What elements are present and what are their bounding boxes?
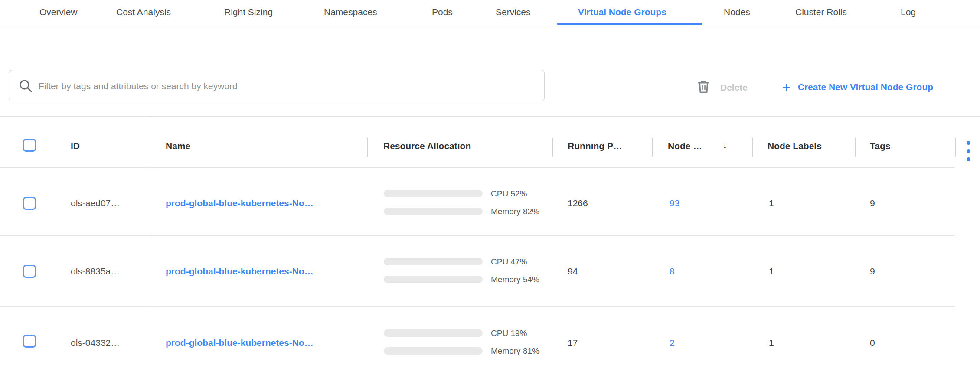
filter-search-box[interactable]	[9, 70, 545, 101]
column-header-node-labels[interactable]: Node Labels	[768, 140, 822, 152]
running-pods-count: 94	[568, 266, 578, 277]
table-row[interactable]: ols-aed07… prod-global-blue-kubernetes-N…	[0, 168, 980, 235]
tab-cost-analysis[interactable]: Cost Analysis	[116, 7, 171, 18]
cpu-usage-bar	[384, 258, 483, 265]
tags-count: 0	[870, 337, 875, 349]
tags-count: 9	[870, 266, 875, 277]
table-row[interactable]: ols-04332… prod-global-blue-kubernetes-N…	[0, 307, 980, 365]
select-all-checkbox[interactable]	[23, 139, 36, 152]
tab-pods[interactable]: Pods	[432, 7, 453, 18]
nodes-count-link[interactable]: 93	[670, 198, 679, 209]
cpu-usage-label: CPU 52%	[491, 188, 527, 199]
memory-usage-bar	[384, 208, 483, 215]
vng-id: ols-8835a…	[71, 266, 120, 277]
column-header-running-pods[interactable]: Running P…	[568, 140, 622, 152]
vng-id: ols-04332…	[71, 337, 120, 349]
table-header-row: ID Name Resource Allocation Running P… N…	[0, 117, 980, 167]
row-checkbox[interactable]	[23, 335, 36, 348]
memory-usage-label: Memory 81%	[491, 345, 539, 356]
vng-name-link[interactable]: prod-global-blue-kubernetes-No…	[166, 266, 314, 277]
active-tab-underline	[557, 23, 702, 25]
vng-name-link[interactable]: prod-global-blue-kubernetes-No…	[166, 198, 314, 209]
tab-namespaces[interactable]: Namespaces	[324, 7, 377, 18]
tags-count: 9	[870, 198, 875, 209]
column-header-nodes[interactable]: Node …	[668, 140, 702, 152]
tab-overview[interactable]: Overview	[39, 7, 78, 18]
nodes-count-link[interactable]: 2	[670, 337, 675, 349]
create-button-label: Create New Virtual Node Group	[798, 82, 933, 92]
column-divider	[367, 138, 368, 157]
memory-usage-bar	[384, 276, 483, 283]
tab-virtual-node-groups[interactable]: Virtual Node Groups	[578, 7, 666, 18]
column-divider	[752, 138, 753, 157]
column-header-resource-allocation[interactable]: Resource Allocation	[383, 140, 471, 152]
vng-id: ols-aed07…	[71, 198, 120, 209]
tab-log[interactable]: Log	[901, 7, 916, 18]
cpu-usage-bar	[384, 329, 483, 337]
vng-name-link[interactable]: prod-global-blue-kubernetes-No…	[166, 337, 314, 349]
trash-icon	[697, 79, 710, 96]
tab-services[interactable]: Services	[496, 7, 531, 18]
node-labels-count: 1	[769, 198, 774, 209]
column-header-name[interactable]: Name	[166, 140, 190, 152]
memory-usage-bar	[384, 347, 483, 355]
memory-usage-label: Memory 54%	[491, 274, 539, 285]
column-divider	[652, 138, 653, 157]
sort-descending-icon[interactable]: ↓	[722, 139, 728, 151]
row-checkbox[interactable]	[23, 197, 36, 210]
column-header-id[interactable]: ID	[71, 140, 80, 152]
delete-button[interactable]: Delete	[697, 79, 748, 96]
virtual-node-groups-page: Overview Cost Analysis Right Sizing Name…	[0, 0, 980, 365]
row-checkbox[interactable]	[23, 265, 36, 278]
column-options-kebab-icon[interactable]	[967, 141, 971, 166]
running-pods-count: 17	[568, 337, 578, 349]
cpu-usage-label: CPU 47%	[491, 256, 527, 267]
plus-icon: +	[782, 79, 791, 95]
tab-bar: Overview Cost Analysis Right Sizing Name…	[0, 0, 980, 25]
nodes-count-link[interactable]: 8	[670, 266, 675, 277]
tab-cluster-rolls[interactable]: Cluster Rolls	[795, 7, 847, 18]
search-input[interactable]	[38, 70, 534, 102]
column-divider	[855, 138, 856, 157]
node-labels-count: 1	[769, 337, 774, 349]
node-labels-count: 1	[769, 266, 774, 277]
memory-usage-label: Memory 82%	[491, 206, 539, 217]
tab-nodes[interactable]: Nodes	[724, 7, 750, 18]
column-divider	[955, 138, 956, 157]
create-virtual-node-group-button[interactable]: + Create New Virtual Node Group	[782, 79, 933, 95]
column-header-tags[interactable]: Tags	[870, 140, 890, 152]
running-pods-count: 1266	[568, 198, 588, 209]
tab-right-sizing[interactable]: Right Sizing	[224, 7, 273, 18]
column-divider	[552, 138, 553, 157]
search-icon	[19, 79, 33, 95]
delete-button-label: Delete	[720, 82, 748, 93]
table-row[interactable]: ols-8835a… prod-global-blue-kubernetes-N…	[0, 236, 980, 306]
cpu-usage-bar	[384, 190, 483, 197]
cpu-usage-label: CPU 19%	[491, 328, 527, 339]
